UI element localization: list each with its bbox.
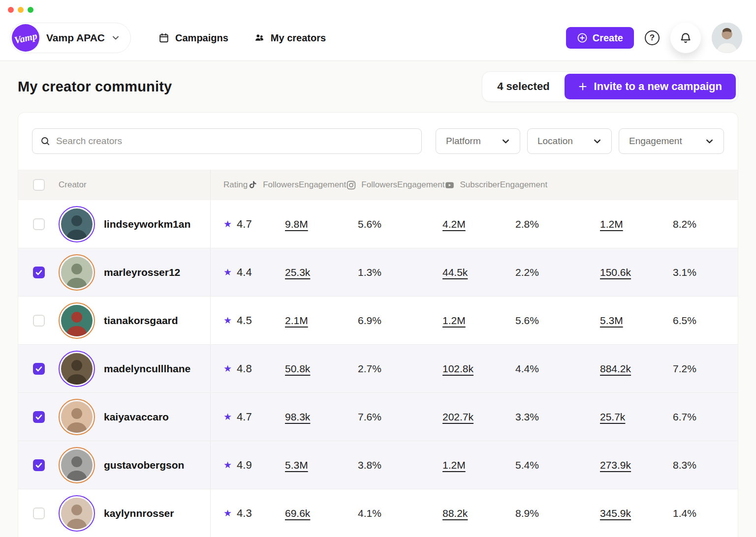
- instagram-followers-link[interactable]: 202.7k: [442, 411, 473, 422]
- rating-value: 4.9: [237, 459, 252, 472]
- youtube-subscribers-link[interactable]: 345.9k: [600, 507, 631, 519]
- main-nav: Campaigns My creators: [158, 32, 326, 44]
- tiktok-followers-link[interactable]: 2.1M: [285, 315, 308, 326]
- star-icon: ★: [223, 364, 232, 373]
- engagement-dropdown[interactable]: Engagement: [619, 128, 724, 154]
- selection-bar: 4 selected Invite to a new campaign: [482, 71, 738, 102]
- top-bar: Vamp Vamp APAC Campaigns My creators: [0, 0, 756, 61]
- tiktok-followers-link[interactable]: 9.8M: [285, 218, 308, 230]
- instagram-followers-link[interactable]: 1.2M: [442, 315, 466, 326]
- select-all-checkbox[interactable]: [33, 179, 45, 191]
- tiktok-engagement-value: 7.6%: [358, 411, 442, 423]
- user-avatar-image: [712, 23, 742, 53]
- avatar[interactable]: [59, 206, 95, 242]
- avatar[interactable]: [59, 495, 95, 532]
- rating-column-header: Rating: [223, 180, 248, 190]
- chevron-down-icon: [502, 137, 510, 146]
- youtube-subscribers-link[interactable]: 5.3M: [600, 315, 623, 326]
- avatar[interactable]: [59, 254, 95, 291]
- location-dropdown[interactable]: Location: [527, 128, 612, 154]
- table-row: madelynculllhane ★ 4.8 50.8k 2.7% 102.8k…: [18, 345, 738, 393]
- instagram-followers-link[interactable]: 88.2k: [442, 507, 468, 519]
- create-button[interactable]: Create: [566, 27, 634, 49]
- close-window-dot[interactable]: [8, 7, 14, 13]
- tiktok-icon: [248, 180, 258, 190]
- instagram-followers-link[interactable]: 102.8k: [442, 363, 473, 374]
- avatar[interactable]: [59, 447, 95, 483]
- rating-value: 4.7: [237, 218, 252, 231]
- avatar-image: [61, 353, 93, 385]
- avatar[interactable]: [59, 399, 95, 435]
- calendar-icon: [158, 32, 169, 43]
- rating-value: 4.8: [237, 362, 252, 375]
- search-box: [32, 128, 422, 154]
- row-checkbox[interactable]: [33, 411, 45, 423]
- instagram-followers-link[interactable]: 1.2M: [442, 459, 466, 471]
- nav-my-creators[interactable]: My creators: [254, 32, 326, 44]
- people-icon: [254, 32, 265, 43]
- plus-icon: [578, 82, 587, 91]
- tiktok-followers-link[interactable]: 50.8k: [285, 363, 310, 374]
- notifications-button[interactable]: [670, 23, 701, 53]
- instagram-followers-link[interactable]: 4.2M: [442, 218, 466, 230]
- table-row: marleyrosser12 ★ 4.4 25.3k 1.3% 44.5k 2.…: [18, 248, 738, 297]
- youtube-subscribers-link[interactable]: 150.6k: [600, 267, 631, 278]
- invite-button-label: Invite to a new campaign: [594, 80, 722, 93]
- instagram-followers-link[interactable]: 44.5k: [442, 267, 468, 278]
- table-header: Creator Rating Followers Engagement Foll…: [18, 170, 738, 200]
- table-body: lindseyworkm1an ★ 4.7 9.8M 5.6% 4.2M 2.8…: [18, 200, 738, 537]
- instagram-engagement-header: Engagement: [397, 180, 444, 190]
- check-icon: [35, 365, 42, 372]
- row-checkbox[interactable]: [33, 218, 45, 230]
- row-checkbox[interactable]: [33, 315, 45, 327]
- star-icon: ★: [223, 508, 232, 518]
- tiktok-engagement-value: 6.9%: [358, 315, 442, 327]
- platform-dropdown[interactable]: Platform: [436, 128, 520, 154]
- maximize-window-dot[interactable]: [28, 7, 33, 13]
- avatar-image: [61, 209, 93, 240]
- table-row: kaiyavaccaro ★ 4.7 98.3k 7.6% 202.7k 3.3…: [18, 393, 738, 441]
- instagram-engagement-value: 2.8%: [515, 218, 600, 230]
- workspace-switcher[interactable]: Vamp Vamp APAC: [10, 23, 131, 53]
- instagram-engagement-value: 4.4%: [515, 363, 600, 375]
- tiktok-followers-link[interactable]: 25.3k: [285, 267, 310, 278]
- row-checkbox[interactable]: [33, 507, 45, 519]
- youtube-subscribers-link[interactable]: 884.2k: [600, 363, 631, 374]
- rating-value: 4.4: [237, 266, 252, 279]
- search-input[interactable]: [56, 136, 413, 147]
- creator-username: kaylynnrosser: [104, 507, 174, 519]
- instagram-engagement-value: 3.3%: [515, 411, 600, 423]
- tiktok-followers-link[interactable]: 69.6k: [285, 507, 310, 519]
- table-row: gustavobergson ★ 4.9 5.3M 3.8% 1.2M 5.4%…: [18, 441, 738, 489]
- engagement-dropdown-label: Engagement: [629, 136, 682, 147]
- youtube-subscribers-link[interactable]: 25.7k: [600, 411, 625, 422]
- minimize-window-dot[interactable]: [18, 7, 24, 13]
- avatar[interactable]: [59, 351, 95, 387]
- tiktok-engagement-header: Engagement: [299, 180, 346, 190]
- star-icon: ★: [223, 268, 232, 277]
- invite-to-campaign-button[interactable]: Invite to a new campaign: [565, 74, 736, 99]
- user-avatar[interactable]: [712, 23, 742, 53]
- creator-username: madelynculllhane: [104, 363, 190, 375]
- row-checkbox[interactable]: [33, 459, 45, 471]
- row-checkbox[interactable]: [33, 267, 45, 278]
- help-button[interactable]: ?: [645, 30, 660, 45]
- nav-campaigns[interactable]: Campaigns: [158, 32, 228, 44]
- location-dropdown-label: Location: [537, 136, 573, 147]
- youtube-subscribers-link[interactable]: 273.9k: [600, 459, 631, 471]
- platform-dropdown-label: Platform: [446, 136, 481, 147]
- creator-username: marleyrosser12: [104, 267, 180, 278]
- bell-icon: [679, 31, 692, 44]
- rating-value: 4.5: [237, 314, 252, 327]
- youtube-engagement-header: Engagement: [500, 180, 547, 190]
- row-checkbox[interactable]: [33, 363, 45, 375]
- tiktok-followers-link[interactable]: 5.3M: [285, 459, 308, 471]
- tiktok-followers-link[interactable]: 98.3k: [285, 411, 310, 422]
- chevron-down-icon: [593, 137, 601, 146]
- youtube-subscribers-link[interactable]: 1.2M: [600, 218, 623, 230]
- avatar[interactable]: [59, 302, 95, 339]
- tiktok-engagement-value: 5.6%: [358, 218, 442, 230]
- youtube-engagement-value: 8.3%: [673, 459, 738, 471]
- table-row: tianakorsgaard ★ 4.5 2.1M 6.9% 1.2M 5.6%…: [18, 297, 738, 345]
- star-icon: ★: [223, 219, 232, 229]
